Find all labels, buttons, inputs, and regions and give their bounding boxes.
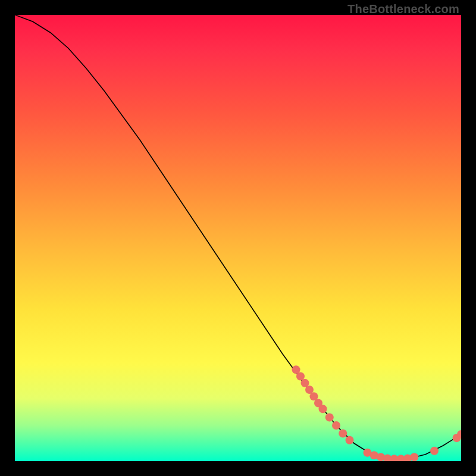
marker-layer [292,365,462,461]
data-point [339,430,347,438]
data-point [325,414,334,422]
chart-frame: TheBottleneck.com [0,0,476,476]
data-point [430,447,439,455]
data-point [319,405,327,413]
chart-svg [15,15,461,461]
data-point [410,453,418,461]
plot-area [15,15,461,461]
data-point [332,421,340,430]
data-point [346,436,354,444]
watermark-label: TheBottleneck.com [347,2,459,16]
curve-line [15,15,461,459]
